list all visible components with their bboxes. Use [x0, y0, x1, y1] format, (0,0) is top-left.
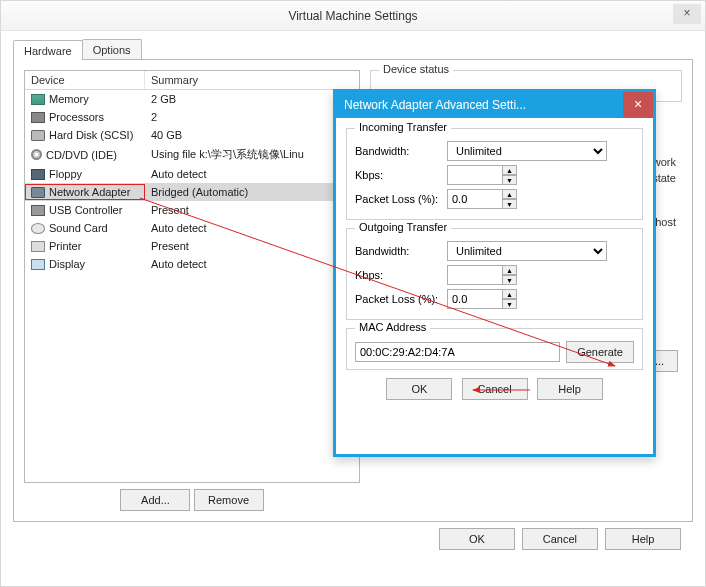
device-name: Printer	[49, 240, 81, 252]
add-button[interactable]: Add...	[120, 489, 190, 511]
device-row-usb-controller[interactable]: USB ControllerPresent	[25, 201, 359, 219]
device-row-printer[interactable]: PrinterPresent	[25, 237, 359, 255]
adv-ok-button[interactable]: OK	[386, 378, 452, 400]
in-packetloss-spinner[interactable]: ▲▼	[502, 189, 517, 209]
device-row-floppy[interactable]: FloppyAuto detect	[25, 165, 359, 183]
adv-cancel-button[interactable]: Cancel	[462, 378, 528, 400]
usb-icon	[31, 205, 45, 216]
device-row-memory[interactable]: Memory2 GB	[25, 90, 359, 108]
device-panel-buttons: Add... Remove	[24, 489, 360, 511]
out-bandwidth-label: Bandwidth:	[355, 245, 447, 257]
in-bandwidth-label: Bandwidth:	[355, 145, 447, 157]
device-summary: 2	[145, 109, 359, 125]
device-name: USB Controller	[49, 204, 122, 216]
device-row-network-adapter[interactable]: Network AdapterBridged (Automatic)	[25, 183, 359, 201]
cpu-icon	[31, 112, 45, 123]
in-packetloss-input[interactable]	[447, 189, 503, 209]
in-packetloss-label: Packet Loss (%):	[355, 193, 447, 205]
main-ok-button[interactable]: OK	[439, 528, 515, 550]
remove-button[interactable]: Remove	[194, 489, 264, 511]
device-name: Network Adapter	[49, 186, 130, 198]
out-kbps-input[interactable]	[447, 265, 503, 285]
adv-close-button[interactable]: ×	[623, 92, 653, 118]
incoming-legend: Incoming Transfer	[355, 121, 451, 133]
adv-titlebar[interactable]: Network Adapter Advanced Setti... ×	[336, 92, 653, 118]
mem-icon	[31, 94, 45, 105]
net-icon	[31, 187, 45, 198]
device-panel: Device Summary Memory2 GBProcessors2Hard…	[24, 70, 360, 511]
device-summary: Auto detect	[145, 220, 359, 236]
snd-icon	[31, 223, 45, 234]
device-summary: Bridged (Automatic)	[145, 184, 359, 200]
generate-button[interactable]: Generate	[566, 341, 634, 363]
device-name: Memory	[49, 93, 89, 105]
in-kbps-label: Kbps:	[355, 169, 447, 181]
device-row-sound-card[interactable]: Sound CardAuto detect	[25, 219, 359, 237]
header-summary: Summary	[145, 71, 359, 89]
main-titlebar: Virtual Machine Settings ×	[1, 1, 705, 31]
device-summary: Auto detect	[145, 256, 359, 272]
in-kbps-spinner[interactable]: ▲▼	[502, 165, 517, 185]
main-dialog-buttons: OK Cancel Help	[13, 522, 693, 550]
hdd-icon	[31, 130, 45, 141]
device-summary: 40 GB	[145, 127, 359, 143]
device-list: Device Summary Memory2 GBProcessors2Hard…	[24, 70, 360, 483]
out-packetloss-label: Packet Loss (%):	[355, 293, 447, 305]
device-list-header: Device Summary	[25, 71, 359, 90]
device-summary: Present	[145, 238, 359, 254]
main-help-button[interactable]: Help	[605, 528, 681, 550]
mac-legend: MAC Address	[355, 321, 430, 333]
adv-title: Network Adapter Advanced Setti...	[344, 98, 526, 112]
floppy-icon	[31, 169, 45, 180]
device-summary: Using file k:\学习\系统镜像\Linu	[145, 145, 359, 164]
adv-dialog-buttons: OK Cancel Help	[346, 378, 643, 400]
tabbar: Hardware Options	[13, 39, 693, 60]
tab-options[interactable]: Options	[82, 39, 142, 59]
out-packetloss-spinner[interactable]: ▲▼	[502, 289, 517, 309]
in-bandwidth-select[interactable]: Unlimited	[447, 141, 607, 161]
in-kbps-input[interactable]	[447, 165, 503, 185]
device-summary: 2 GB	[145, 91, 359, 107]
device-status-legend: Device status	[379, 63, 453, 75]
out-packetloss-input[interactable]	[447, 289, 503, 309]
device-row-hard-disk-scsi-[interactable]: Hard Disk (SCSI)40 GB	[25, 126, 359, 144]
device-row-cd-dvd-ide-[interactable]: CD/DVD (IDE)Using file k:\学习\系统镜像\Linu	[25, 144, 359, 165]
advanced-settings-dialog: Network Adapter Advanced Setti... × Inco…	[333, 89, 656, 457]
mac-address-group: MAC Address Generate	[346, 328, 643, 370]
disp-icon	[31, 259, 45, 270]
device-name: Floppy	[49, 168, 82, 180]
device-name: Hard Disk (SCSI)	[49, 129, 133, 141]
device-row-processors[interactable]: Processors2	[25, 108, 359, 126]
device-name: CD/DVD (IDE)	[46, 149, 117, 161]
incoming-transfer-group: Incoming Transfer Bandwidth: Unlimited K…	[346, 128, 643, 220]
main-cancel-button[interactable]: Cancel	[522, 528, 598, 550]
device-name: Sound Card	[49, 222, 108, 234]
main-title: Virtual Machine Settings	[288, 9, 417, 23]
adv-body: Incoming Transfer Bandwidth: Unlimited K…	[336, 118, 653, 408]
mac-address-input[interactable]	[355, 342, 560, 362]
out-kbps-label: Kbps:	[355, 269, 447, 281]
out-kbps-spinner[interactable]: ▲▼	[502, 265, 517, 285]
outgoing-transfer-group: Outgoing Transfer Bandwidth: Unlimited K…	[346, 228, 643, 320]
device-row-display[interactable]: DisplayAuto detect	[25, 255, 359, 273]
adv-help-button[interactable]: Help	[537, 378, 603, 400]
outgoing-legend: Outgoing Transfer	[355, 221, 451, 233]
device-summary: Auto detect	[145, 166, 359, 182]
device-name: Processors	[49, 111, 104, 123]
prn-icon	[31, 241, 45, 252]
main-close-button[interactable]: ×	[673, 4, 701, 24]
device-summary: Present	[145, 202, 359, 218]
device-name: Display	[49, 258, 85, 270]
out-bandwidth-select[interactable]: Unlimited	[447, 241, 607, 261]
cd-icon	[31, 149, 42, 160]
tab-hardware[interactable]: Hardware	[13, 40, 83, 60]
header-device: Device	[25, 71, 145, 89]
